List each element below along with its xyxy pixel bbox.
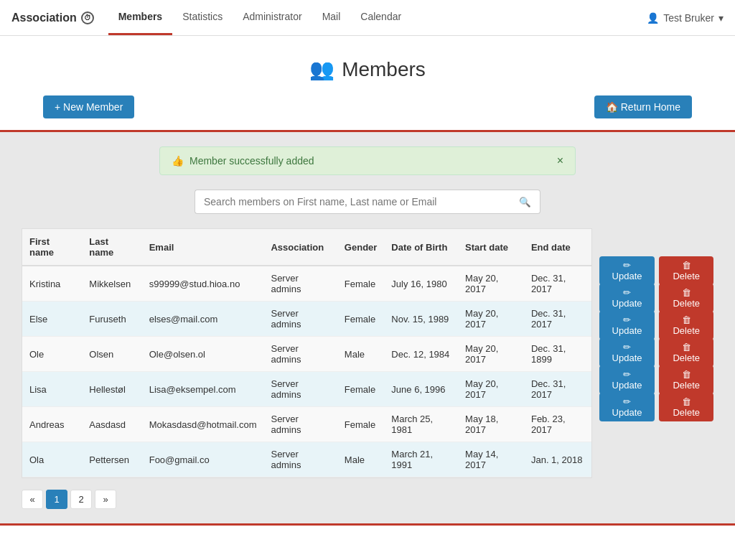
col-gender: Gender: [337, 229, 385, 266]
cell-first_name: Andreas: [22, 407, 82, 442]
nav-link-administrator[interactable]: Administrator: [233, 0, 312, 35]
cell-email: Foo@gmail.co: [142, 442, 264, 477]
row-actions-1: ✏ Update🗑 Delete: [599, 284, 713, 312]
row-actions-2: ✏ Update🗑 Delete: [599, 312, 713, 339]
cell-email: Ole@olsen.ol: [142, 337, 264, 372]
cell-association: Server admins: [263, 337, 337, 372]
user-name: Test Bruker: [663, 12, 714, 24]
page-title: Members: [342, 58, 426, 81]
success-alert: 👍 Member successfully added ×: [159, 146, 576, 175]
return-home-button[interactable]: 🏠 Return Home: [594, 95, 692, 118]
members-icon: 👥: [309, 57, 334, 81]
pagination-next[interactable]: »: [95, 490, 116, 509]
cell-gender: Female: [337, 407, 385, 442]
cell-association: Server admins: [263, 442, 337, 477]
main-content: 👍 Member successfully added × 🔍 First na…: [0, 130, 735, 526]
cell-email: elses@mail.com: [142, 302, 264, 337]
delete-button-4[interactable]: 🗑 Delete: [659, 365, 713, 394]
table-row: OleOlsenOle@olsen.olServer adminsMaleDec…: [22, 337, 591, 372]
table-row: OlaPettersenFoo@gmail.coServer adminsMal…: [22, 442, 591, 477]
cell-gender: Female: [337, 266, 385, 302]
update-button-1[interactable]: ✏ Update: [599, 284, 655, 312]
col-date-of-birth: Date of Birth: [384, 229, 458, 266]
nav-link-members[interactable]: Members: [108, 0, 172, 35]
thumbs-up-icon: 👍: [172, 155, 184, 167]
update-button-5[interactable]: ✏ Update: [599, 393, 655, 421]
cell-gender: Female: [337, 302, 385, 337]
alert-text-group: 👍 Member successfully added: [172, 155, 314, 167]
navbar: Association ⏱ MembersStatisticsAdministr…: [0, 0, 735, 36]
delete-button-2[interactable]: 🗑 Delete: [659, 311, 713, 340]
cell-start_date: May 20, 2017: [458, 372, 524, 407]
cell-association: Server admins: [263, 407, 337, 442]
cell-dob: July 16, 1980: [384, 266, 458, 302]
alert-message: Member successfully added: [189, 155, 314, 167]
pagination-page-2[interactable]: 2: [70, 490, 92, 509]
col-association: Association: [263, 229, 337, 266]
clock-icon: ⏱: [81, 11, 94, 24]
cell-last_name: Mikkelsen: [82, 266, 141, 302]
chevron-down-icon: ▾: [718, 12, 724, 24]
pagination: «12»: [22, 478, 713, 509]
brand-link[interactable]: Association ⏱: [11, 11, 94, 24]
cell-end_date: Dec. 31, 2017: [524, 302, 591, 337]
nav-link-mail[interactable]: Mail: [312, 0, 351, 35]
cell-dob: Nov. 15, 1989: [384, 302, 458, 337]
cell-start_date: May 20, 2017: [458, 337, 524, 372]
col-email: Email: [142, 229, 264, 266]
user-icon: 👤: [647, 12, 659, 24]
table-body: KristinaMikkelsens99999@stud.hioa.noServ…: [22, 266, 591, 477]
search-input[interactable]: [195, 190, 510, 214]
pagination-page-1[interactable]: 1: [46, 490, 67, 509]
cell-gender: Female: [337, 372, 385, 407]
delete-button-1[interactable]: 🗑 Delete: [659, 284, 713, 312]
delete-button-5[interactable]: 🗑 Delete: [659, 393, 713, 421]
cell-dob: Dec. 12, 1984: [384, 337, 458, 372]
delete-button-0[interactable]: 🗑 Delete: [659, 256, 713, 285]
cell-email: s99999@stud.hioa.no: [142, 266, 264, 302]
pagination-prev[interactable]: «: [22, 490, 43, 509]
table-row: LisaHellestølLisa@eksempel.comServer adm…: [22, 372, 591, 407]
cell-last_name: Hellestøl: [82, 372, 141, 407]
nav-links: MembersStatisticsAdministratorMailCalend…: [108, 0, 647, 35]
update-button-4[interactable]: ✏ Update: [599, 365, 655, 394]
nav-link-calendar[interactable]: Calendar: [350, 0, 411, 35]
cell-email: Mokasdasd@hotmail.com: [142, 407, 264, 442]
cell-first_name: Lisa: [22, 372, 82, 407]
cell-gender: Male: [337, 442, 385, 477]
new-member-button[interactable]: + New Member: [43, 95, 134, 118]
cell-last_name: Olsen: [82, 337, 141, 372]
cell-start_date: May 20, 2017: [458, 302, 524, 337]
cell-start_date: May 20, 2017: [458, 266, 524, 302]
row-actions-4: ✏ Update🗑 Delete: [599, 366, 713, 393]
col-end-date: End date: [524, 229, 591, 266]
cell-email: Lisa@eksempel.com: [142, 372, 264, 407]
cell-last_name: Furuseth: [82, 302, 141, 337]
cell-dob: June 6, 1996: [384, 372, 458, 407]
update-button-3[interactable]: ✏ Update: [599, 338, 655, 367]
nav-link-statistics[interactable]: Statistics: [172, 0, 233, 35]
cell-end_date: Dec. 31, 2017: [524, 266, 591, 302]
row-actions-0: ✏ Update🗑 Delete: [599, 257, 713, 284]
update-button-2[interactable]: ✏ Update: [599, 311, 655, 340]
table-row: KristinaMikkelsens99999@stud.hioa.noServ…: [22, 266, 591, 302]
search-button[interactable]: 🔍: [510, 190, 540, 214]
alert-close-button[interactable]: ×: [557, 154, 563, 167]
cell-start_date: May 14, 2017: [458, 442, 524, 477]
page-header: 👥 Members: [0, 36, 735, 95]
row-actions-5: ✏ Update🗑 Delete: [599, 393, 713, 421]
col-start-date: Start date: [458, 229, 524, 266]
cell-first_name: Else: [22, 302, 82, 337]
cell-association: Server admins: [263, 266, 337, 302]
cell-start_date: May 18, 2017: [458, 407, 524, 442]
update-button-0[interactable]: ✏ Update: [599, 256, 655, 285]
col-first-name: First name: [22, 229, 82, 266]
user-menu[interactable]: 👤 Test Bruker ▾: [647, 12, 724, 24]
cell-first_name: Kristina: [22, 266, 82, 302]
cell-end_date: Dec. 31, 1899: [524, 337, 591, 372]
table-row: ElseFurusethelses@mail.comServer adminsF…: [22, 302, 591, 337]
table-header: First nameLast nameEmailAssociationGende…: [22, 229, 591, 266]
members-table: First nameLast nameEmailAssociationGende…: [22, 228, 592, 478]
delete-button-3[interactable]: 🗑 Delete: [659, 338, 713, 367]
cell-dob: March 21, 1991: [384, 442, 458, 477]
